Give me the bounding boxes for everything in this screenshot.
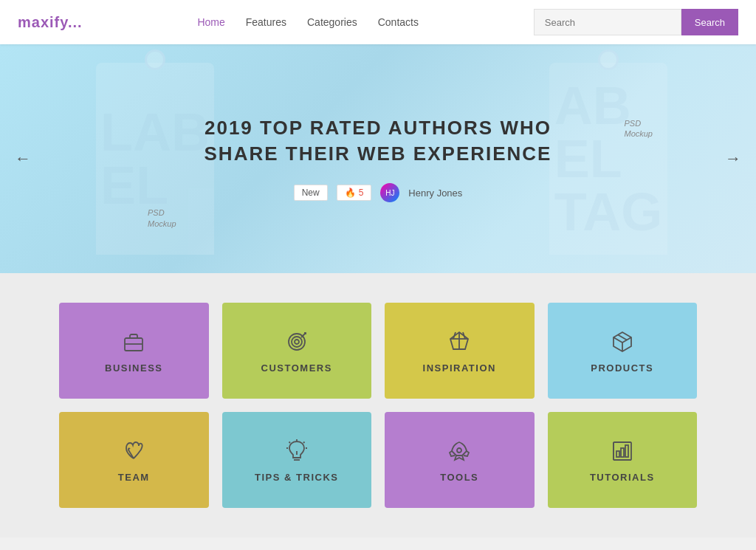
hero-title: 2019 TOP RATED AUTHORS WHOSHARE THEIR WE… <box>205 115 552 167</box>
svg-line-16 <box>289 441 290 443</box>
cube-icon <box>609 329 636 355</box>
category-tools-label: TOOLS <box>440 472 478 483</box>
category-business-label: BUSINESS <box>105 362 162 374</box>
hero-prev-button[interactable]: ← <box>15 149 31 168</box>
nav-home[interactable]: Home <box>197 16 224 28</box>
search-area: Search <box>534 9 738 35</box>
chart-icon <box>609 438 636 464</box>
category-team[interactable]: TEAM <box>59 412 209 508</box>
category-customers[interactable]: CUSTOMERS <box>222 303 372 399</box>
nav-contacts[interactable]: Contacts <box>378 16 419 28</box>
category-team-label: TEAM <box>118 472 150 483</box>
diamond-icon <box>446 329 472 355</box>
hero-next-button[interactable]: → <box>725 149 741 168</box>
svg-point-3 <box>292 337 302 347</box>
category-tutorials-label: TUTORIALS <box>590 472 655 483</box>
categories-grid: BUSINESS CUSTOMERS INSPIRATION <box>59 303 697 508</box>
hero-content: 2019 TOP RATED AUTHORS WHOSHARE THEIR WE… <box>205 115 552 202</box>
svg-point-4 <box>295 340 299 344</box>
badge-new: New <box>294 185 328 201</box>
svg-rect-23 <box>625 445 628 457</box>
svg-line-12 <box>618 334 627 340</box>
rocket-icon <box>446 438 472 464</box>
psd-label-right: PSDMockup <box>624 118 653 140</box>
hand-icon <box>120 438 147 464</box>
svg-rect-21 <box>616 451 619 457</box>
svg-point-19 <box>457 448 461 453</box>
logo-accent: ... <box>68 14 83 30</box>
navigation: Home Features Categories Contacts <box>197 16 419 28</box>
header: maxify... Home Features Categories Conta… <box>0 0 756 44</box>
nav-features[interactable]: Features <box>246 16 286 28</box>
psd-label-left: PSDMockup <box>148 207 176 229</box>
hero-section: LAB EL AB EL TAG PSDMockup PSDMockup ← 2… <box>0 44 756 273</box>
category-tips-tricks-label: TIPS & TRICKS <box>255 472 338 483</box>
target-icon <box>284 329 310 355</box>
bulb-icon <box>284 438 310 464</box>
category-customers-label: CUSTOMERS <box>261 362 332 374</box>
logo[interactable]: maxify... <box>18 14 83 31</box>
svg-line-17 <box>303 441 305 443</box>
category-products-label: PRODUCTS <box>591 362 653 374</box>
svg-rect-22 <box>621 448 624 457</box>
category-tutorials[interactable]: TUTORIALS <box>548 412 698 508</box>
category-inspiration-label: INSPIRATION <box>423 362 496 374</box>
category-products[interactable]: PRODUCTS <box>548 303 698 399</box>
badge-fire: 🔥 5 <box>337 185 372 201</box>
search-button[interactable]: Search <box>681 9 738 35</box>
briefcase-icon <box>120 329 147 355</box>
author-name: Henry Jones <box>408 188 462 199</box>
hero-meta: New 🔥 5 HJ Henry Jones <box>205 183 552 202</box>
logo-text: maxify <box>18 14 68 30</box>
category-tips-tricks[interactable]: TIPS & TRICKS <box>222 412 372 508</box>
category-inspiration[interactable]: INSPIRATION <box>385 303 535 399</box>
author-avatar: HJ <box>380 183 399 202</box>
categories-section: BUSINESS CUSTOMERS INSPIRATION <box>0 273 756 537</box>
category-tools[interactable]: TOOLS <box>385 412 535 508</box>
nav-categories[interactable]: Categories <box>307 16 357 28</box>
search-input[interactable] <box>534 9 681 35</box>
category-business[interactable]: BUSINESS <box>59 303 209 399</box>
